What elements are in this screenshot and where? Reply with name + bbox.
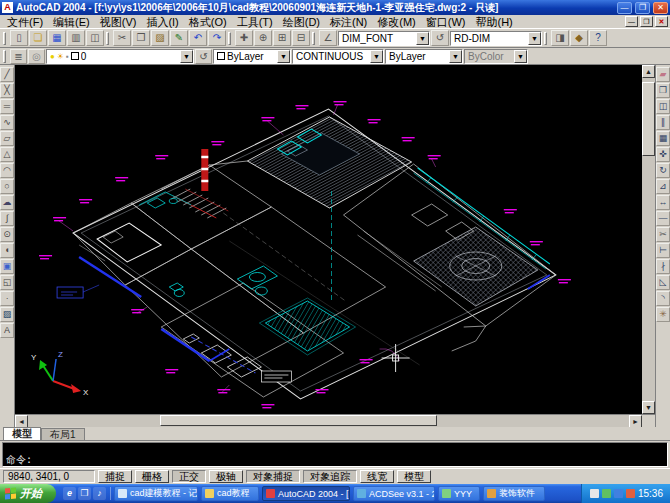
polar-toggle[interactable]: 极轴 — [209, 470, 243, 483]
tab-layout1[interactable]: 布局1 — [41, 428, 85, 440]
designcenter-button[interactable]: ◆ — [570, 30, 588, 46]
layer-combo[interactable]: ● ☀ ▪ 0 ▼ — [46, 49, 194, 64]
ellipse-arc-button[interactable]: ◖ — [0, 243, 14, 258]
task-yyy[interactable]: YYY — [438, 486, 480, 501]
osnap-toggle[interactable]: 对象捕捉 — [246, 470, 300, 483]
horizontal-scrollbar[interactable]: ◄ ► — [15, 414, 655, 427]
doc-close-button[interactable]: ✕ — [655, 16, 668, 27]
menu-edit[interactable]: 编辑(E) — [48, 15, 95, 29]
mirror-button[interactable]: ◫ — [656, 99, 670, 114]
layer-states-button[interactable]: ◎ — [28, 49, 45, 64]
multiline-text-button[interactable]: A — [0, 323, 14, 338]
color-combo[interactable]: ByLayer ▼ — [213, 49, 291, 64]
show-desktop-icon[interactable]: ❐ — [78, 487, 91, 500]
horizontal-scroll-track[interactable] — [28, 415, 629, 427]
new-button[interactable]: ▯ — [10, 30, 28, 46]
lineweight-combo[interactable]: ByLayer ▼ — [385, 49, 463, 64]
pan-button[interactable]: ✚ — [235, 30, 253, 46]
help-button[interactable]: ? — [589, 30, 607, 46]
toolbar-grip[interactable] — [228, 32, 231, 45]
trim-button[interactable]: ✂ — [656, 227, 670, 242]
multiline-button[interactable]: ═ — [0, 99, 14, 114]
grid-toggle[interactable]: 栅格 — [135, 470, 169, 483]
paste-button[interactable]: ▨ — [151, 30, 169, 46]
cut-button[interactable]: ✂ — [113, 30, 131, 46]
coordinates-readout[interactable]: 9840, 3401, 0 — [3, 470, 95, 483]
save-button[interactable]: ▦ — [48, 30, 66, 46]
array-button[interactable]: ▦ — [656, 131, 670, 146]
tray-antivirus-icon[interactable] — [626, 489, 635, 498]
layer-previous-button[interactable]: ↺ — [195, 49, 212, 64]
point-button[interactable]: ∙ — [0, 291, 14, 306]
horizontal-scroll-thumb[interactable] — [160, 415, 436, 426]
properties-button[interactable]: ◨ — [551, 30, 569, 46]
erase-button[interactable]: ▰ — [656, 67, 670, 82]
linetype-combo[interactable]: CONTINUOUS ▼ — [292, 49, 384, 64]
chevron-down-icon[interactable]: ▼ — [370, 50, 383, 63]
undo-button[interactable]: ↶ — [189, 30, 207, 46]
dim-update-button[interactable]: ↺ — [431, 30, 449, 46]
zoom-window-button[interactable]: ⊞ — [273, 30, 291, 46]
task-acdsee[interactable]: ACDSee v3.1 - 20... — [353, 486, 435, 501]
spline-button[interactable]: ∫ — [0, 211, 14, 226]
menu-draw[interactable]: 绘图(D) — [278, 15, 325, 29]
menu-window[interactable]: 窗口(W) — [421, 15, 471, 29]
snap-toggle[interactable]: 捕捉 — [98, 470, 132, 483]
open-button[interactable]: ❏ — [29, 30, 47, 46]
scale-button[interactable]: ⊿ — [656, 179, 670, 194]
menu-dimension[interactable]: 标注(N) — [325, 15, 372, 29]
offset-button[interactable]: ∥ — [656, 115, 670, 130]
revision-cloud-button[interactable]: ☁ — [0, 195, 14, 210]
vertical-scroll-track[interactable] — [642, 78, 655, 401]
dim-font-combo[interactable]: DIM_FONT ▼ — [338, 31, 430, 46]
doc-minimize-button[interactable]: — — [625, 16, 638, 27]
move-button[interactable]: ✜ — [656, 147, 670, 162]
dim-angle-button[interactable]: ∠ — [319, 30, 337, 46]
tray-clock[interactable]: 15:36 — [638, 488, 663, 499]
arc-button[interactable]: ◠ — [0, 163, 14, 178]
task-folder[interactable]: cad教程 — [201, 486, 259, 501]
menu-tools[interactable]: 工具(T) — [232, 15, 278, 29]
copy-object-button[interactable]: ❐ — [656, 83, 670, 98]
chevron-down-icon[interactable]: ▼ — [416, 32, 429, 45]
construction-line-button[interactable]: ╳ — [0, 83, 14, 98]
menu-modify[interactable]: 修改(M) — [372, 15, 421, 29]
chamfer-button[interactable]: ◺ — [656, 275, 670, 290]
zoom-realtime-button[interactable]: ⊕ — [254, 30, 272, 46]
toolbar-grip[interactable] — [312, 32, 315, 45]
hatch-button[interactable]: ▨ — [0, 307, 14, 322]
dim-style-combo[interactable]: RD-DIM ▼ — [450, 31, 542, 46]
circle-button[interactable]: ○ — [0, 179, 14, 194]
tray-ime-icon[interactable] — [590, 489, 599, 498]
menu-help[interactable]: 帮助(H) — [471, 15, 518, 29]
fillet-button[interactable]: ◝ — [656, 291, 670, 306]
start-button[interactable]: 开始 — [0, 484, 56, 503]
command-text-area[interactable]: 命令: — [2, 442, 668, 467]
rotate-button[interactable]: ↻ — [656, 163, 670, 178]
print-button[interactable]: ▥ — [67, 30, 85, 46]
chevron-down-icon[interactable]: ▼ — [180, 50, 193, 63]
vertical-scrollbar[interactable]: ▲ ▼ — [642, 65, 655, 414]
copy-button[interactable]: ❐ — [132, 30, 150, 46]
polygon-button[interactable]: ▱ — [0, 131, 14, 146]
polyline-button[interactable]: ∿ — [0, 115, 14, 130]
toolbar-grip[interactable] — [106, 32, 109, 45]
doc-restore-button[interactable]: ❐ — [640, 16, 653, 27]
line-button[interactable]: ╱ — [0, 67, 14, 82]
close-button[interactable]: ✕ — [653, 2, 668, 14]
media-player-icon[interactable]: ♪ — [93, 487, 106, 500]
chevron-down-icon[interactable]: ▼ — [449, 50, 462, 63]
toolbar-grip[interactable] — [3, 32, 6, 45]
stretch-button[interactable]: ↔ — [656, 195, 670, 210]
make-block-button[interactable]: ◱ — [0, 275, 14, 290]
match-properties-button[interactable]: ✎ — [170, 30, 188, 46]
ortho-toggle[interactable]: 正交 — [172, 470, 206, 483]
tray-volume-icon[interactable] — [602, 489, 611, 498]
layers-button[interactable]: ≣ — [10, 49, 27, 64]
vertical-scroll-thumb[interactable] — [642, 82, 655, 156]
menu-view[interactable]: 视图(V) — [95, 15, 142, 29]
chevron-down-icon[interactable]: ▼ — [528, 32, 541, 45]
chevron-down-icon[interactable]: ▼ — [277, 50, 290, 63]
menu-file[interactable]: 文件(F) — [2, 15, 48, 29]
task-decor-software[interactable]: 装饰软件 — [483, 486, 545, 501]
